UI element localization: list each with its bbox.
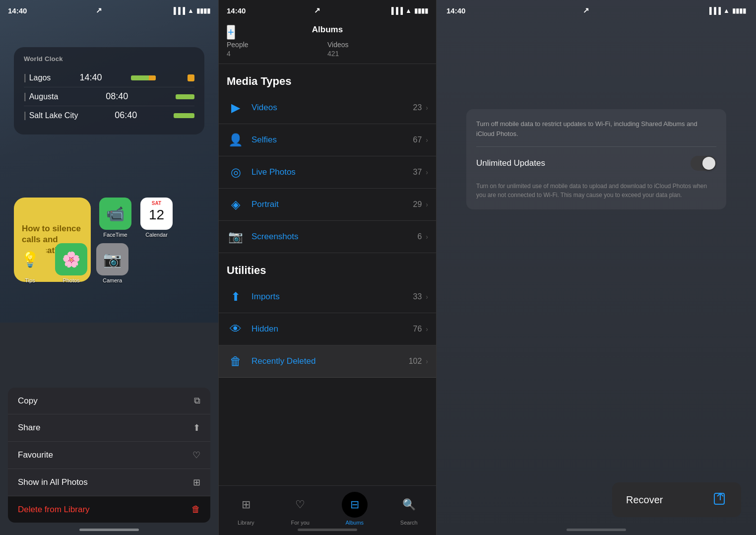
status-arrow-3: ↗	[583, 6, 589, 15]
home-indicator-2	[298, 529, 357, 531]
selfies-icon-wrap: 👤	[227, 131, 245, 149]
tab-library[interactable]: ⊞ Library	[233, 492, 259, 526]
album-row-recently-deleted[interactable]: 🗑 Recently Deleted 102 ›	[219, 345, 436, 378]
tab-library-label: Library	[238, 520, 254, 526]
facetime-label: FaceTime	[103, 232, 127, 238]
tab-bar: ⊞ Library ♡ For you ⊟ Albums 🔍 Search	[219, 485, 436, 535]
delete-label: Delete from Library	[18, 505, 90, 515]
bottom-apps-row: 💡 Tips 🌸 Photos 📷 Camera	[14, 243, 128, 283]
copy-label: Copy	[18, 396, 38, 406]
facetime-app[interactable]: 📹 FaceTime	[99, 198, 131, 238]
time-lagos: 14:40	[80, 72, 102, 83]
album-row-selfies[interactable]: 👤 Selfies 67 ›	[219, 124, 436, 156]
calendar-app[interactable]: SAT 12 Calendar	[140, 198, 173, 238]
selfies-icon: 👤	[228, 133, 243, 147]
share-label: Share	[18, 423, 40, 433]
camera-app[interactable]: 📷 Camera	[96, 243, 128, 283]
videos-count: 23	[413, 103, 422, 112]
settings-panel: Turn off mobile data to restrict updates…	[466, 109, 726, 209]
photos-app[interactable]: 🌸 Photos	[55, 243, 87, 283]
recently-deleted-name: Recently Deleted	[252, 356, 409, 366]
tab-library-icon: ⊞	[242, 498, 251, 511]
wifi-icon-1: ▲	[188, 7, 194, 14]
tab-albums-icon: ⊟	[350, 498, 359, 511]
album-row-hidden[interactable]: 👁 Hidden 76 ›	[219, 313, 436, 345]
portrait-icon-wrap: ◈	[227, 196, 245, 213]
clock-bar-augusta	[176, 94, 194, 99]
screenshots-icon: 📷	[228, 230, 243, 244]
recently-deleted-count: 102	[409, 357, 422, 366]
album-row-portrait[interactable]: ◈ Portrait 29 ›	[219, 189, 436, 221]
tab-foryou-icon: ♡	[295, 498, 305, 511]
people-col-2: Videos 421	[327, 41, 428, 58]
city-lagos: Lagos	[24, 72, 51, 83]
signal-icon-1: ▐▐▐	[171, 7, 185, 14]
albums-title: Albums	[312, 25, 343, 35]
hidden-count: 76	[413, 325, 422, 334]
portrait-name: Portrait	[252, 200, 413, 209]
context-share[interactable]: Share ⬆	[8, 414, 210, 442]
tab-albums-icon-wrap: ⊟	[342, 492, 368, 518]
settings-divider	[476, 146, 716, 147]
utilities-header: Utilities	[219, 253, 436, 281]
status-bar-1: 14:40 ↗ ▐▐▐ ▲ ▮▮▮▮	[8, 6, 210, 15]
tips-app[interactable]: 💡 Tips	[14, 243, 46, 283]
city-saltlakecity: Salt Lake City	[24, 110, 78, 121]
status-arrow-2: ↗	[314, 6, 320, 15]
tab-for-you[interactable]: ♡ For you	[287, 492, 313, 526]
recently-deleted-chevron: ›	[426, 357, 428, 365]
albums-add-button[interactable]: +	[227, 25, 235, 40]
hidden-icon-wrap: 👁	[227, 320, 245, 338]
live-photos-icon: ◎	[231, 165, 241, 179]
context-copy[interactable]: Copy ⧉	[8, 388, 210, 414]
status-bar-2: 14:40 ↗ ▐▐▐ ▲ ▮▮▮▮	[227, 6, 428, 15]
signal-icon-2: ▐▐▐	[389, 7, 403, 14]
screenshots-icon-wrap: 📷	[227, 228, 245, 246]
imports-name: Imports	[252, 292, 413, 302]
unlimited-updates-toggle[interactable]	[691, 156, 716, 171]
selfies-name: Selfies	[252, 135, 413, 145]
recover-button[interactable]: Recover	[612, 482, 741, 517]
panel-2: 14:40 ↗ ▐▐▐ ▲ ▮▮▮▮ + Albums People 4 Vid…	[218, 0, 437, 535]
time-augusta: 08:40	[106, 91, 128, 102]
context-show-all-photos[interactable]: Show in All Photos ⊞	[8, 469, 210, 496]
people-count: 4	[227, 50, 327, 58]
live-photos-chevron: ›	[426, 168, 428, 176]
context-delete[interactable]: Delete from Library 🗑	[8, 496, 210, 523]
videos-icon: ▶	[231, 101, 240, 115]
imports-chevron: ›	[426, 293, 428, 301]
battery-icon-1: ▮▮▮▮	[196, 7, 210, 14]
settings-description-2: Turn on for unlimited use of mobile data…	[476, 182, 716, 200]
wifi-icon-2: ▲	[405, 7, 412, 14]
portrait-icon: ◈	[231, 198, 240, 211]
hidden-icon: 👁	[230, 322, 242, 336]
tab-search-label: Search	[400, 520, 418, 526]
tab-foryou-label: For you	[291, 520, 310, 526]
panel-3: 14:40 ↗ ▐▐▐ ▲ ▮▮▮▮ Turn off mobile data …	[437, 0, 756, 535]
wifi-icon-3: ▲	[723, 7, 730, 14]
tab-albums-label: Albums	[345, 520, 364, 526]
city-augusta: Augusta	[24, 91, 58, 102]
battery-icon-2: ▮▮▮▮	[414, 7, 428, 14]
album-row-live-photos[interactable]: ◎ Live Photos 37 ›	[219, 156, 436, 189]
delete-icon: 🗑	[191, 504, 200, 515]
context-favourite[interactable]: Favourite ♡	[8, 442, 210, 469]
tab-search[interactable]: 🔍 Search	[396, 492, 422, 526]
album-row-screenshots[interactable]: 📷 Screenshots 6 ›	[219, 221, 436, 253]
people-row: People 4 Videos 421	[219, 39, 436, 64]
home-indicator-3	[567, 529, 626, 531]
status-arrow-1: ↗	[96, 6, 102, 15]
panel-1: 14:40 ↗ ▐▐▐ ▲ ▮▮▮▮ World Clock Lagos 14:…	[0, 0, 218, 535]
album-row-videos[interactable]: ▶ Videos 23 ›	[219, 92, 436, 124]
world-clock-title: World Clock	[24, 55, 194, 63]
tab-albums[interactable]: ⊟ Albums	[342, 492, 368, 526]
tab-search-icon: 🔍	[402, 498, 416, 511]
tab-library-icon-wrap: ⊞	[233, 492, 259, 518]
time-display-3: 14:40	[446, 6, 465, 15]
people-col-1: People 4	[227, 41, 327, 58]
people-label: People	[227, 41, 327, 49]
album-row-imports[interactable]: ⬆ Imports 33 ›	[219, 281, 436, 313]
recently-deleted-icon-wrap: 🗑	[227, 352, 245, 370]
videos-label-top: Videos	[327, 41, 428, 49]
recently-deleted-icon: 🗑	[230, 354, 242, 368]
